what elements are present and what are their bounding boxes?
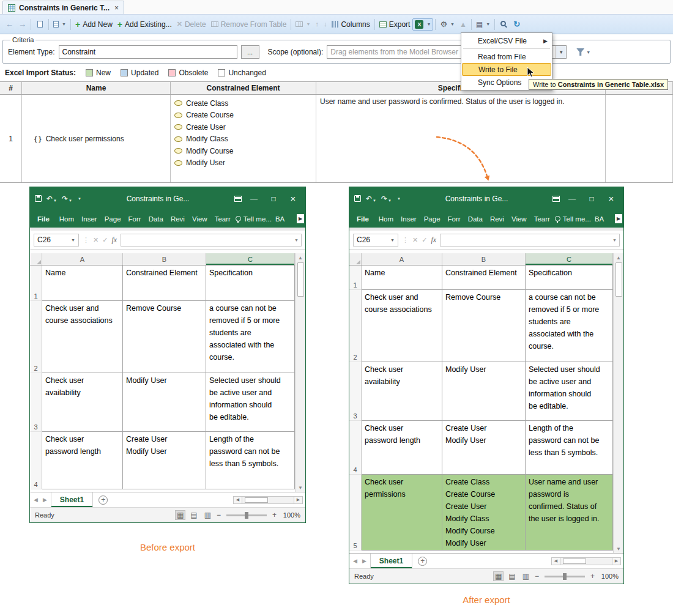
- excel-sync-button[interactable]: X▼: [412, 18, 433, 31]
- export-button[interactable]: Export: [377, 18, 413, 31]
- horizontal-scrollbar-thumb[interactable]: [563, 558, 586, 564]
- constrained-element-item[interactable]: Create Class: [174, 97, 316, 109]
- column-header-b[interactable]: B: [123, 253, 206, 265]
- document-tab[interactable]: Constraints in Generic T... ×: [2, 1, 124, 14]
- ribbon-overflow-icon[interactable]: ▶: [297, 214, 304, 223]
- ribbon-tab-forr[interactable]: Forr: [125, 215, 145, 223]
- cell-A5[interactable]: Check user permissions: [362, 475, 442, 551]
- column-header-name[interactable]: Name: [22, 82, 171, 94]
- undo-button[interactable]: ↶▼: [46, 195, 57, 202]
- scroll-left-icon[interactable]: ◀: [551, 557, 560, 565]
- row-header-2[interactable]: 2: [30, 301, 42, 373]
- zoom-in-icon[interactable]: +: [272, 511, 277, 519]
- minimize-button[interactable]: —: [565, 195, 579, 202]
- ribbon-tab-view[interactable]: View: [188, 215, 211, 223]
- insert-function-icon[interactable]: fx: [111, 236, 117, 245]
- import-status-new[interactable]: New: [86, 69, 111, 77]
- constrained-element-item[interactable]: Modify User: [174, 157, 316, 169]
- zoom-in-icon[interactable]: +: [590, 573, 595, 580]
- zoom-out-icon[interactable]: −: [217, 511, 221, 519]
- scroll-down-icon[interactable]: ▼: [298, 483, 303, 492]
- close-button[interactable]: ×: [604, 194, 619, 203]
- ribbon-tab-hom[interactable]: Hom: [375, 215, 397, 223]
- maximize-button[interactable]: □: [266, 195, 281, 202]
- cell-A1[interactable]: Name: [42, 265, 123, 301]
- customize-qat-icon[interactable]: ▼: [396, 197, 401, 201]
- element-type-browse-button[interactable]: ...: [241, 45, 259, 59]
- ribbon-tab-page[interactable]: Page: [101, 215, 125, 223]
- name-box[interactable]: C26▼: [34, 234, 79, 247]
- cell-B3[interactable]: Modify User: [442, 362, 526, 421]
- filter-button[interactable]: ▼: [576, 48, 590, 56]
- vertical-scrollbar-thumb[interactable]: [297, 262, 304, 297]
- horizontal-scrollbar-track[interactable]: [560, 557, 612, 565]
- row-header-3[interactable]: 3: [349, 362, 362, 421]
- normal-view-icon[interactable]: ▦: [176, 511, 185, 519]
- ribbon-tab-revi[interactable]: Revi: [167, 215, 188, 223]
- vertical-scrollbar-thumb[interactable]: [615, 262, 622, 297]
- row-header-4[interactable]: 4: [30, 432, 42, 489]
- column-header-a[interactable]: A: [362, 253, 442, 265]
- back-button[interactable]: ←: [3, 18, 16, 30]
- cell-B5[interactable]: Create Class Create Course Create User M…: [442, 475, 526, 551]
- ribbon-tab-ba[interactable]: BA: [591, 215, 608, 223]
- ribbon-tab-forr[interactable]: Forr: [444, 215, 464, 223]
- ribbon-tab-tearr[interactable]: Tearr: [211, 215, 234, 223]
- constrained-element-item[interactable]: Create Course: [174, 109, 316, 122]
- copy-button[interactable]: [33, 19, 46, 29]
- normal-view-icon[interactable]: ▦: [494, 572, 503, 581]
- select-all-corner[interactable]: [349, 253, 362, 265]
- cell-B4[interactable]: Create User Modify User: [123, 432, 206, 489]
- cell-C4[interactable]: Length of the password can not be less t…: [526, 421, 613, 475]
- redo-button[interactable]: ↷▼: [62, 195, 72, 202]
- row-header-1[interactable]: 1: [349, 265, 362, 290]
- constrained-element-item[interactable]: Modify Course: [174, 145, 316, 157]
- ribbon-tab-data[interactable]: Data: [464, 215, 486, 223]
- cell-C1[interactable]: Specification: [526, 265, 613, 290]
- cell-B1[interactable]: Constrained Element: [123, 265, 206, 301]
- ribbon-tab-inser[interactable]: Inser: [78, 215, 101, 223]
- name-cell[interactable]: { } Check user permissions: [22, 95, 171, 182]
- page-break-view-icon[interactable]: ▥: [521, 572, 530, 581]
- ribbon-display-options-icon[interactable]: [552, 196, 560, 202]
- view-mode-button[interactable]: ▤▼: [474, 19, 493, 30]
- element-type-field[interactable]: [59, 45, 237, 59]
- save-icon[interactable]: [35, 195, 42, 202]
- close-icon[interactable]: ×: [114, 4, 119, 12]
- report-button[interactable]: ▼: [51, 19, 69, 29]
- prev-sheet-icon[interactable]: ◀: [34, 497, 38, 503]
- column-header-c[interactable]: C: [206, 253, 295, 265]
- import-status-obsolete[interactable]: Obsolete: [168, 69, 208, 77]
- row-header-1[interactable]: 1: [30, 265, 42, 301]
- page-layout-view-icon[interactable]: ▤: [507, 572, 516, 581]
- column-header-a[interactable]: A: [42, 253, 123, 265]
- constrained-element-cell[interactable]: Create ClassCreate CourseCreate UserModi…: [171, 95, 316, 182]
- scroll-up-icon[interactable]: ▲: [298, 253, 303, 262]
- zoom-slider-thumb[interactable]: [245, 512, 248, 519]
- sheet-nav-arrows[interactable]: ◀▶: [349, 558, 370, 564]
- search-button[interactable]: [497, 19, 511, 29]
- cell-C2[interactable]: a course can not be removed if 5 or more…: [526, 290, 613, 362]
- ribbon-tab-data[interactable]: Data: [145, 215, 167, 223]
- page-layout-view-icon[interactable]: ▤: [189, 511, 198, 519]
- minimize-button[interactable]: —: [247, 195, 261, 202]
- new-sheet-button[interactable]: +: [99, 495, 108, 505]
- import-status-updated[interactable]: Updated: [121, 69, 158, 77]
- menu-item-write-to-file[interactable]: Write to File: [462, 63, 551, 76]
- confirm-entry-icon[interactable]: ✓: [102, 236, 108, 244]
- column-header-c[interactable]: C: [526, 253, 613, 265]
- insert-function-icon[interactable]: fx: [431, 236, 436, 245]
- cell-C3[interactable]: Selected user should be active user and …: [526, 362, 613, 421]
- constrained-element-item[interactable]: Modify Class: [174, 133, 316, 146]
- tell-me-box[interactable]: Tell me...: [555, 215, 591, 223]
- horizontal-scrollbar-track[interactable]: [242, 496, 294, 504]
- row-header-3[interactable]: 3: [30, 373, 42, 432]
- ribbon-tab-hom[interactable]: Hom: [56, 215, 78, 223]
- horizontal-scrollbar[interactable]: ◀ ▶: [551, 557, 621, 565]
- column-header-b[interactable]: B: [442, 253, 526, 265]
- select-all-corner[interactable]: [30, 253, 42, 265]
- ribbon-tab-revi[interactable]: Revi: [486, 215, 508, 223]
- ribbon-tab-ba[interactable]: BA: [272, 215, 288, 223]
- save-icon[interactable]: [354, 195, 361, 202]
- page-break-view-icon[interactable]: ▥: [203, 511, 212, 519]
